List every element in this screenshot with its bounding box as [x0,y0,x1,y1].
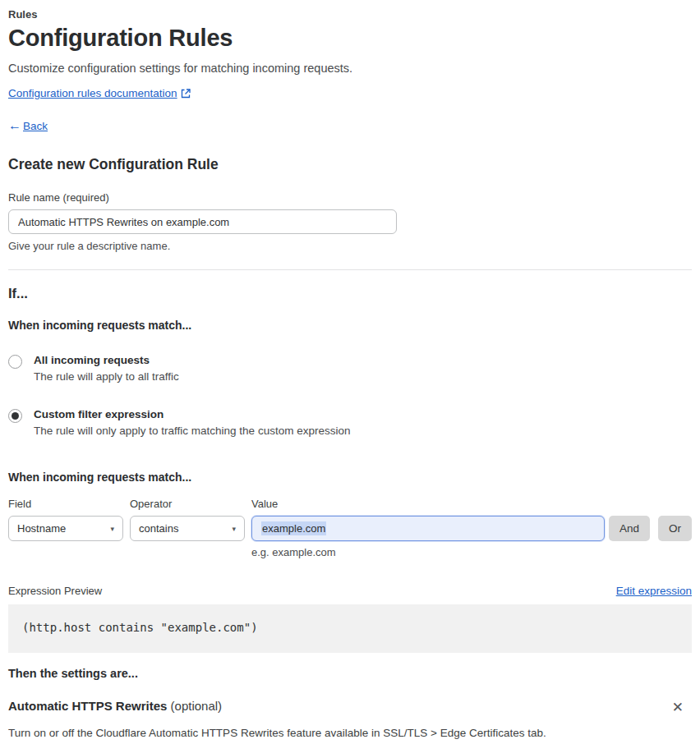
documentation-link[interactable]: Configuration rules documentation [8,87,177,99]
field-select[interactable]: Hostname ▾ [8,516,123,541]
radio-label-custom-filter: Custom filter expression [34,408,350,420]
expression-preview-row: Expression Preview Edit expression [8,585,692,597]
back-link[interactable]: Back [23,120,48,132]
chevron-down-icon: ▾ [110,525,114,533]
builder-column-labels: Field Operator Value [8,498,692,510]
setting-description: Turn on or off the Cloudflare Automatic … [8,727,692,739]
section-divider [8,269,692,270]
radio-desc-custom-filter: The rule will only apply to traffic matc… [34,425,350,437]
operator-select-value: contains [139,522,178,535]
external-link-icon [181,89,191,99]
radio-desc-all-incoming: The rule will apply to all traffic [34,370,179,383]
then-settings-heading: Then the settings are... [8,667,692,680]
breadcrumb: Rules [8,8,692,21]
back-arrow-icon: ← [8,119,21,132]
close-icon[interactable]: ✕ [670,699,685,716]
radio-option-all-incoming[interactable]: All incoming requests The rule will appl… [8,354,692,383]
radio-label-all-incoming: All incoming requests [34,354,179,366]
page-subtitle: Customize configuration settings for mat… [8,62,692,75]
and-button[interactable]: And [609,516,650,541]
value-column-label: Value [251,498,605,510]
edit-expression-link[interactable]: Edit expression [616,585,692,597]
expression-code-block: (http.host contains "example.com") [8,604,692,653]
setting-optional-label: (optional) [167,699,222,713]
setting-name: Automatic HTTPS Rewrites [8,699,167,713]
rule-name-helper: Give your rule a descriptive name. [8,240,692,252]
chevron-down-icon: ▾ [232,525,236,533]
setting-card-header: Automatic HTTPS Rewrites (optional) ✕ [8,699,692,716]
back-row: ← Back [8,119,692,132]
setting-card-title: Automatic HTTPS Rewrites (optional) [8,699,222,713]
connector-buttons: And Or [609,516,692,541]
value-input[interactable]: example.com [251,516,605,541]
value-input-text: example.com [261,521,326,535]
operator-select[interactable]: contains ▾ [130,516,245,541]
documentation-link-row: Configuration rules documentation [8,87,692,99]
field-select-value: Hostname [17,522,66,535]
page-title: Configuration Rules [8,25,692,52]
rule-name-input[interactable] [8,209,397,234]
value-helper: e.g. example.com [251,546,692,558]
radio-checked-icon[interactable] [8,409,22,423]
builder-heading: When incoming requests match... [8,471,692,484]
expression-builder-row: Hostname ▾ contains ▾ example.com And Or [8,516,692,541]
operator-column-label: Operator [130,498,251,510]
field-column-label: Field [8,498,130,510]
create-rule-heading: Create new Configuration Rule [8,156,692,173]
match-heading: When incoming requests match... [8,319,692,332]
radio-unchecked-icon[interactable] [8,355,22,369]
configuration-rules-page: Rules Configuration Rules Customize conf… [0,0,700,744]
or-button[interactable]: Or [658,516,692,541]
rule-name-label: Rule name (required) [8,191,692,204]
radio-option-custom-filter[interactable]: Custom filter expression The rule will o… [8,408,692,437]
if-heading: If... [8,286,692,301]
expression-preview-label: Expression Preview [8,585,102,597]
